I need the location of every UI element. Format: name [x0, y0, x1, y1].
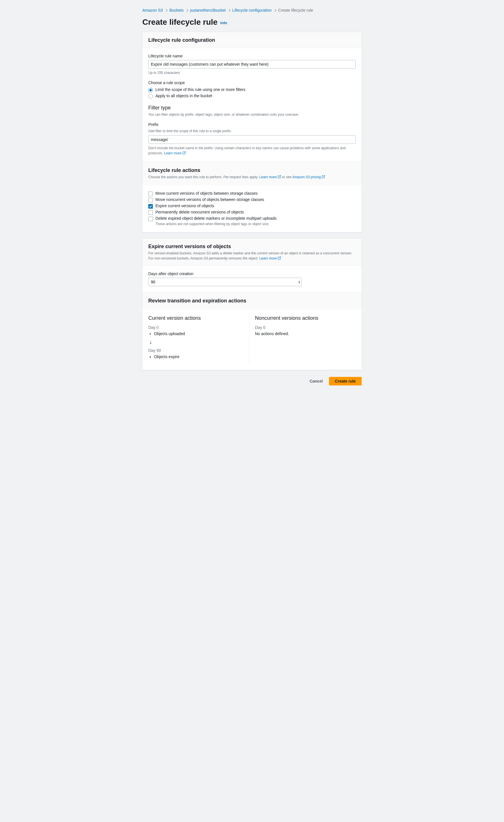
rule-scope-label: Choose a rule scope [148, 80, 356, 85]
number-stepper[interactable]: ▴ ▾ [299, 280, 300, 284]
action-check-delete-markers-sub: These actions are not supported when fil… [155, 222, 356, 227]
radio-icon [148, 94, 153, 99]
arrow-down-icon: ↓ [149, 339, 249, 345]
filter-type-desc: You can filter objects by prefix, object… [148, 112, 356, 117]
prefix-sublabel: Add filter to limit the scope of this ru… [148, 128, 356, 133]
cancel-button[interactable]: Cancel [306, 377, 326, 385]
days-label: Days after object creation [148, 272, 356, 276]
review-noncurrent-title: Noncurrent versions actions [255, 315, 356, 321]
actions-desc: Choose the actions you want this rule to… [148, 174, 356, 179]
action-check-move-noncurrent[interactable]: Move noncurrent versions of objects betw… [148, 197, 356, 203]
actions-panel-title: Lifecycle rule actions [148, 167, 356, 173]
review-day-label: Day 90 [148, 348, 249, 353]
action-check-delete-markers[interactable]: Delete expired object delete markers or … [148, 216, 356, 222]
review-item: Objects expire [154, 354, 249, 359]
rule-name-label: Lifecycle rule name [148, 54, 356, 58]
review-noncurrent-col: Noncurrent versions actions Day 0 No act… [249, 315, 356, 364]
config-panel-title: Lifecycle rule configuration [148, 37, 356, 43]
learn-more-link[interactable]: Learn more [260, 175, 281, 179]
review-panel-title: Review transition and expiration actions [148, 298, 356, 304]
checkbox-label: Move current versions of objects between… [155, 191, 258, 195]
chevron-right-icon [227, 9, 230, 12]
breadcrumb-link[interactable]: Amazon S3 [142, 8, 163, 12]
breadcrumb-current: Create lifecycle rule [278, 8, 313, 12]
learn-more-link[interactable]: Learn more [260, 257, 281, 260]
external-link-icon [278, 257, 281, 260]
breadcrumb: Amazon S3 Buckets justanothers3bucket Li… [142, 6, 362, 16]
create-rule-button[interactable]: Create rule [329, 377, 362, 385]
radio-label: Limit the scope of this rule using one o… [155, 87, 245, 92]
checkbox-icon [148, 204, 153, 209]
prefix-input[interactable] [148, 135, 356, 144]
review-none-text: No actions defined. [255, 331, 356, 336]
pricing-link[interactable]: Amazon S3 pricing [292, 175, 325, 179]
action-check-move-current[interactable]: Move current versions of objects between… [148, 190, 356, 197]
chevron-right-icon [185, 9, 188, 12]
action-check-delete-noncurrent[interactable]: Permanently delete noncurrent versions o… [148, 209, 356, 216]
checkbox-label: Move noncurrent versions of objects betw… [155, 197, 264, 202]
review-day-label: Day 0 [255, 325, 356, 330]
breadcrumb-link[interactable]: Lifecycle configuration [232, 8, 272, 12]
rule-name-hint: Up to 255 characters [148, 70, 356, 75]
checkbox-icon [148, 191, 153, 196]
prefix-label: Prefix [148, 122, 356, 127]
prefix-hint: Don't include the bucket name in the pre… [148, 145, 356, 156]
expire-panel-desc: For version-enabled buckets, Amazon S3 a… [148, 251, 356, 261]
scope-radio-limit[interactable]: Limit the scope of this rule using one o… [148, 87, 356, 93]
checkbox-icon [148, 198, 153, 202]
expire-panel-title: Expire current versions of objects [148, 244, 356, 250]
checkbox-label: Expire current versions of objects [155, 203, 214, 208]
external-link-icon [182, 151, 186, 154]
radio-label: Apply to all objects in the bucket [155, 93, 212, 98]
review-current-col: Current version actions Day 0 Objects up… [148, 315, 249, 364]
review-item: Objects uploaded [154, 331, 249, 336]
page-title: Create lifecycle rule [142, 18, 217, 27]
checkbox-label: Delete expired object delete markers or … [155, 216, 277, 221]
expire-panel: Expire current versions of objects For v… [142, 238, 362, 370]
review-current-title: Current version actions [148, 315, 249, 321]
days-input[interactable] [148, 278, 302, 286]
rule-name-input[interactable] [148, 60, 356, 68]
external-link-icon [278, 175, 281, 178]
review-day-label: Day 0 [148, 325, 249, 330]
breadcrumb-link[interactable]: Buckets [169, 8, 183, 12]
learn-more-link[interactable]: Learn more [164, 151, 185, 155]
config-panel: Lifecycle rule configuration Lifecycle r… [142, 32, 362, 233]
checkbox-icon [148, 210, 153, 215]
checkbox-label: Permanently delete noncurrent versions o… [155, 210, 244, 214]
external-link-icon [322, 175, 325, 178]
chevron-right-icon [274, 9, 277, 12]
scope-radio-all[interactable]: Apply to all objects in the bucket [148, 93, 356, 99]
breadcrumb-link[interactable]: justanothers3bucket [190, 8, 225, 12]
footer-actions: Cancel Create rule [142, 376, 362, 388]
chevron-right-icon [165, 9, 168, 12]
info-link[interactable]: Info [220, 21, 227, 25]
checkbox-icon [148, 217, 153, 221]
chevron-down-icon: ▾ [299, 282, 300, 284]
action-check-expire-current[interactable]: Expire current versions of objects [148, 203, 356, 209]
radio-icon [148, 88, 153, 92]
filter-type-title: Filter type [148, 105, 356, 111]
